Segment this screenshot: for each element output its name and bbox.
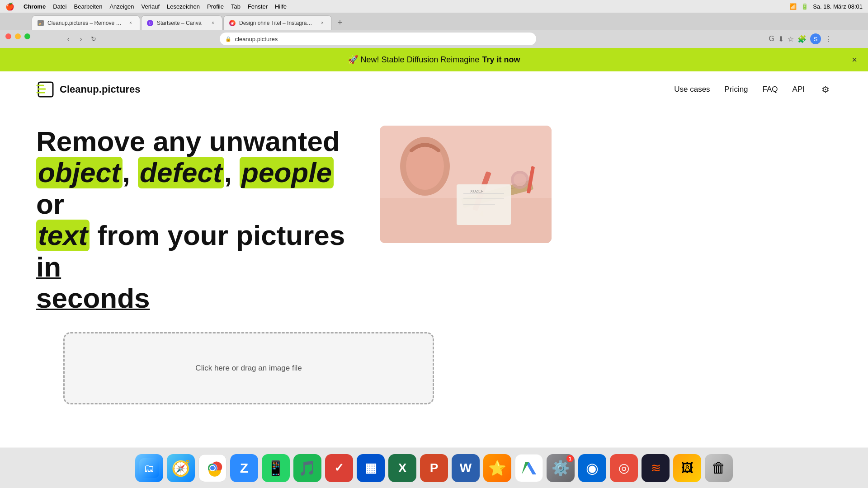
dock-item-mercury[interactable]: ◉ [578,454,606,482]
download-icon[interactable]: ⬇ [778,35,784,43]
upload-dropzone[interactable]: Click here or drag an image file [63,332,434,404]
nav-use-cases[interactable]: Use cases [674,85,710,94]
bookmark-icon[interactable]: ☆ [788,35,794,43]
svg-text:XUZEF: XUZEF [470,189,484,193]
settings-icon[interactable]: ⚙ [819,83,832,96]
tab-bar: 🧹 Cleanup.pictures – Remove ob... × C St… [0,13,868,30]
dock-item-word[interactable]: W [452,454,480,482]
site-logo[interactable]: Cleanup.pictures [36,80,140,99]
menu-chrome[interactable]: Chrome [24,3,46,10]
dock-item-drive[interactable] [515,454,543,482]
dock-item-whatsapp[interactable]: 📱 [262,454,290,482]
menu-anzeigen[interactable]: Anzeigen [109,3,134,10]
tab-close-instagram[interactable]: × [319,19,326,27]
wifi-icon: 📶 [789,3,797,10]
dock: 🗂 🧭 Z 📱 🎵 ✓ ▦ X P W [0,447,868,488]
banner-emoji: 🚀 [348,55,358,65]
hero-text: Remove any unwanted object, defect, peop… [36,126,353,314]
tab-close-canva[interactable]: × [209,19,217,27]
window-maximize-button[interactable] [24,33,30,39]
banner-message: New! Stable Diffusion Reimagine [361,55,480,65]
dock-item-settings[interactable]: ⚙️ 1 [547,454,575,482]
dock-item-zoom[interactable]: Z [230,454,258,482]
hero-highlight-defect: defect [138,157,224,188]
menu-profile[interactable]: Profile [207,3,224,10]
svg-rect-12 [457,184,511,225]
banner-link[interactable]: Try it now [482,55,520,65]
dock-item-superstar[interactable]: ⭐ [483,454,511,482]
tab-favicon-cleanup: 🧹 [38,20,44,26]
extension-icon[interactable]: 🧩 [797,35,807,43]
dock-item-powerpoint[interactable]: P [420,454,448,482]
tab-title-instagram: Design ohne Titel – Instagram... [239,20,315,26]
tab-favicon-canva: C [147,20,153,26]
menu-datei[interactable]: Datei [53,3,66,10]
tab-favicon-instagram: ◉ [229,20,236,26]
reload-button[interactable]: ↻ [89,34,99,44]
dock-item-preview[interactable]: 🖼 [673,454,701,482]
dock-item-spotify[interactable]: 🎵 [293,454,321,482]
settings-badge: 1 [566,455,574,462]
battery-icon: 🔋 [801,3,808,10]
content-area: 🧹 Cleanup.pictures – Remove ob... × C St… [0,13,868,447]
dock-item-trello[interactable]: ▦ [357,454,385,482]
logo-icon [36,80,55,99]
dock-item-soundcloud[interactable]: ≋ [642,454,670,482]
tab-title-canva: Startseite – Canva [157,20,206,26]
dock-item-finder[interactable]: 🗂 [135,454,163,482]
dock-item-safari[interactable]: 🧭 [167,454,195,482]
apple-menu[interactable]: 🍎 [5,2,14,11]
nav-api[interactable]: API [793,85,805,94]
menu-fenster[interactable]: Fenster [248,3,268,10]
address-bar: ‹ › ↻ 🔒 cleanup.pictures G ⬇ ☆ 🧩 S ⋮ [0,30,868,48]
menu-tab[interactable]: Tab [231,3,241,10]
svg-marker-28 [522,462,529,474]
hero-section: Remove any unwanted object, defect, peop… [0,108,868,314]
dock-item-radar[interactable]: ◎ [610,454,638,482]
hero-line2: from your pictures [98,220,345,251]
hero-image: XUZEF [380,126,552,243]
new-tab-button[interactable]: + [334,16,346,29]
google-icon[interactable]: G [769,35,774,43]
menu-hilfe[interactable]: Hilfe [275,3,287,10]
dock-item-chrome[interactable] [198,454,226,482]
profile-icon[interactable]: S [810,33,821,44]
browser-tab-instagram[interactable]: ◉ Design ohne Titel – Instagram... × [223,15,332,30]
dock-item-trash[interactable]: 🗑 [705,454,733,482]
menu-lesezeichen[interactable]: Lesezeichen [167,3,200,10]
upload-placeholder: Click here or drag an image file [195,364,302,373]
nav-pricing[interactable]: Pricing [725,85,748,94]
menu-bearbeiten[interactable]: Bearbeiten [74,3,102,10]
more-icon[interactable]: ⋮ [825,35,832,43]
back-button[interactable]: ‹ [63,34,73,44]
svg-point-25 [210,466,215,470]
window-close-button[interactable] [5,33,11,39]
banner-close-button[interactable]: × [852,55,857,65]
browser-tab-canva[interactable]: C Startseite – Canva × [141,15,222,30]
window-minimize-button[interactable] [15,33,21,39]
site-logo-text: Cleanup.pictures [60,84,140,95]
hero-highlight-people: people [240,157,334,188]
hero-line1: Remove any unwanted [36,126,340,157]
menu-verlauf[interactable]: Verlauf [142,3,160,10]
hero-comma1: , [123,157,138,188]
hero-or: or [36,188,64,220]
banner-text: 🚀 New! Stable Diffusion Reimagine Try it… [348,55,520,65]
address-field[interactable]: 🔒 cleanup.pictures [220,33,536,45]
nav-faq[interactable]: FAQ [763,85,778,94]
forward-button[interactable]: › [76,34,86,44]
address-text: cleanup.pictures [235,36,278,42]
browser-tab-cleanup[interactable]: 🧹 Cleanup.pictures – Remove ob... × [32,15,140,30]
tab-title-cleanup: Cleanup.pictures – Remove ob... [47,20,123,26]
dock-item-todoist[interactable]: ✓ [325,454,353,482]
window-controls[interactable] [5,33,30,39]
nav-buttons[interactable]: ‹ › ↻ [63,34,99,44]
nav-links: Use cases Pricing FAQ API ⚙ [674,83,832,96]
lock-icon: 🔒 [225,36,231,42]
tab-close-cleanup[interactable]: × [127,19,134,27]
address-bar-right: G ⬇ ☆ 🧩 S ⋮ [769,33,832,44]
site-navbar: Cleanup.pictures Use cases Pricing FAQ A… [0,71,868,108]
svg-point-18 [514,174,526,186]
dock-item-excel[interactable]: X [388,454,416,482]
browser-chrome: 🧹 Cleanup.pictures – Remove ob... × C St… [0,13,868,48]
